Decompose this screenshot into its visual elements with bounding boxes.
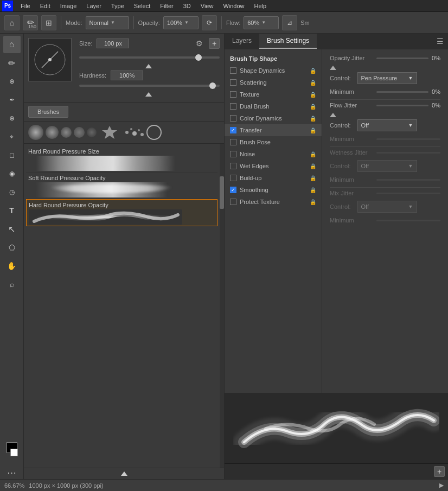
tool-move[interactable]: ⌂ xyxy=(3,36,21,53)
dual-brush-checkbox[interactable] xyxy=(230,103,236,110)
brush-settings-btn[interactable]: ⊞ xyxy=(41,15,56,30)
hardness-triangle xyxy=(145,92,152,97)
brush-opt-transfer[interactable]: ✓ Transfer 🔒 xyxy=(225,124,322,136)
noise-checkbox[interactable] xyxy=(230,151,236,157)
tool-path[interactable]: ↖ xyxy=(3,220,21,238)
brush-thumb-1[interactable] xyxy=(28,125,43,140)
control-3-dropdown[interactable]: Off ▼ xyxy=(357,160,417,172)
brush-opt-brush-pose[interactable]: Brush Pose xyxy=(225,136,322,148)
brush-tip-shape-header[interactable]: Brush Tip Shape xyxy=(225,53,322,65)
brush-thumb-star[interactable] xyxy=(99,125,120,140)
brush-thumb-4[interactable] xyxy=(74,127,85,138)
tool-eraser[interactable]: ◻ xyxy=(3,146,21,164)
brush-opt-color-dynamics[interactable]: Color Dynamics 🔒 xyxy=(225,112,322,124)
brush-thumb-2[interactable] xyxy=(46,126,59,139)
size-input[interactable] xyxy=(97,39,129,48)
tool-preset-btn[interactable]: ⌂ xyxy=(4,15,20,30)
buildup-checkbox[interactable] xyxy=(230,175,236,181)
brush-opt-wet-edges[interactable]: Wet Edges 🔒 xyxy=(225,160,322,172)
brush-opt-scattering[interactable]: Scattering 🔒 xyxy=(225,76,322,88)
brush-thumb-3[interactable] xyxy=(61,127,72,138)
mode-dropdown[interactable]: Normal ▼ xyxy=(86,16,129,29)
transfer-checkbox[interactable]: ✓ xyxy=(230,127,236,133)
brush-item-soft-round-pressure-opacity[interactable]: Soft Round Pressure Opacity xyxy=(26,173,217,199)
menu-window[interactable]: Window xyxy=(219,2,248,10)
brushes-button[interactable]: Brushes xyxy=(28,106,68,118)
menu-help[interactable]: Help xyxy=(250,2,271,10)
tool-lasso[interactable]: ⊕ xyxy=(3,73,21,90)
tool-heal[interactable]: ⊕ xyxy=(3,110,21,127)
tool-more[interactable]: … xyxy=(3,462,21,479)
smoothing-checkbox[interactable]: ✓ xyxy=(230,187,236,193)
panel-menu-btn[interactable]: ☰ xyxy=(432,35,448,48)
opacity-smooth-btn[interactable]: ⟳ xyxy=(202,15,217,30)
tool-blur[interactable]: ◉ xyxy=(3,165,21,182)
menu-filter[interactable]: Filter xyxy=(156,2,177,10)
brush-opt-protect-texture[interactable]: Protect Texture 🔒 xyxy=(225,196,322,208)
brush-opt-texture[interactable]: Texture 🔒 xyxy=(225,88,322,100)
opacity-label: Opacity: xyxy=(138,20,160,26)
menu-image[interactable]: Image xyxy=(56,2,81,10)
color-dynamics-checkbox[interactable] xyxy=(230,115,236,122)
tool-shape[interactable]: ⬠ xyxy=(3,239,21,256)
tab-layers[interactable]: Layers xyxy=(225,34,259,49)
options-toolbar: ⌂ ✏ 150 ⊞ Mode: Normal ▼ Opacity: 100% ▼… xyxy=(0,12,448,34)
texture-checkbox[interactable] xyxy=(230,91,236,98)
tool-zoom[interactable]: ⌕ xyxy=(3,276,21,293)
tool-clone[interactable]: ⌖ xyxy=(3,128,21,145)
brush-list-scrollbar[interactable] xyxy=(220,144,224,468)
size-slider-container[interactable] xyxy=(79,52,220,63)
tool-dodge[interactable]: ◷ xyxy=(3,183,21,201)
menu-type[interactable]: Type xyxy=(107,2,129,10)
brush-thumb-scatter[interactable] xyxy=(123,125,144,140)
scroll-right-btn[interactable]: ▶ xyxy=(439,482,444,489)
brush-list: Hard Round Pressure Size Soft Round Pres… xyxy=(24,144,220,468)
shape-dynamics-checkbox[interactable] xyxy=(230,67,236,74)
brush-thumb-circle[interactable] xyxy=(146,125,162,140)
minimum-1-label: Minimum xyxy=(330,88,373,95)
add-brush-btn[interactable]: + xyxy=(209,38,220,49)
airbrush-btn[interactable]: ⊿ xyxy=(282,15,297,30)
shape-dynamics-lock-icon: 🔒 xyxy=(310,68,316,74)
menu-layer[interactable]: Layer xyxy=(82,2,106,10)
brush-opt-shape-dynamics[interactable]: Shape Dynamics 🔒 xyxy=(225,65,322,76)
brush-thumb-5[interactable] xyxy=(87,127,97,137)
control-2-dropdown[interactable]: Off ▼ xyxy=(357,119,417,131)
tool-eyedrop[interactable]: ✒ xyxy=(3,91,21,109)
wet-edges-checkbox[interactable] xyxy=(230,163,236,169)
menu-edit[interactable]: Edit xyxy=(36,2,55,10)
flow-dropdown[interactable]: 60% ▼ xyxy=(244,16,279,29)
menu-view[interactable]: View xyxy=(196,2,218,10)
brush-opt-dual-brush[interactable]: Dual Brush 🔒 xyxy=(225,100,322,112)
transfer-detail: Opacity Jitter 0% Control: Pen Pressure … xyxy=(322,49,448,393)
brush-item-hard-round-pressure-size[interactable]: Hard Round Pressure Size xyxy=(26,146,217,173)
brush-pose-checkbox[interactable] xyxy=(230,139,236,145)
scattering-checkbox[interactable] xyxy=(230,79,236,86)
hardness-slider-container[interactable] xyxy=(79,80,220,91)
add-layer-btn[interactable]: + xyxy=(434,466,445,477)
control-1-dropdown[interactable]: Pen Pressure ▼ xyxy=(357,72,417,84)
brush-tool-btn[interactable]: ✏ 150 xyxy=(23,15,38,30)
menu-select[interactable]: Select xyxy=(130,2,155,10)
brush-gear-btn[interactable]: ⚙ xyxy=(194,38,204,49)
flow-jitter-slider[interactable] xyxy=(376,105,428,106)
tool-hand[interactable]: ✋ xyxy=(3,257,21,275)
minimum-1-slider[interactable] xyxy=(376,91,428,93)
tab-brush-settings[interactable]: Brush Settings xyxy=(259,34,317,49)
brush-opt-buildup[interactable]: Build-up 🔒 xyxy=(225,172,322,184)
opacity-jitter-slider[interactable] xyxy=(376,58,428,59)
protect-texture-checkbox[interactable] xyxy=(230,199,236,205)
menu-file[interactable]: File xyxy=(16,2,35,10)
menu-bar: Ps File Edit Image Layer Type Select Fil… xyxy=(0,0,448,12)
menu-3d[interactable]: 3D xyxy=(179,2,195,10)
brush-opt-noise[interactable]: Noise 🔒 xyxy=(225,148,322,160)
opacity-dropdown[interactable]: 100% ▼ xyxy=(163,16,199,29)
brush-item-hard-round-pressure-opacity[interactable]: Hard Round Pressure Opacity xyxy=(26,199,217,226)
control-4-dropdown[interactable]: Off ▼ xyxy=(357,201,417,213)
brush-opt-smoothing[interactable]: ✓ Smoothing 🔒 xyxy=(225,184,322,196)
hardness-input[interactable] xyxy=(111,71,143,80)
tool-brush[interactable]: ✏ xyxy=(3,54,21,72)
scrollbar-thumb xyxy=(220,176,224,209)
tool-text[interactable]: T xyxy=(3,202,21,219)
smoothing-lock-icon: 🔒 xyxy=(310,187,316,193)
